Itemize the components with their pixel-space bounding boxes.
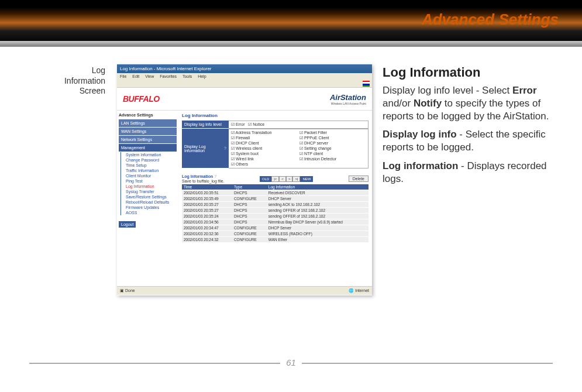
sidebar-sub-ping-test[interactable]: Ping Test: [120, 178, 177, 184]
sidebar-sub-log-info[interactable]: Log Information: [120, 184, 177, 189]
menu-item[interactable]: Favorites: [160, 74, 177, 78]
airstation-logo: AirStation Wireless LAN Access Point: [330, 93, 366, 105]
page-content: Log Information Screen Log Information -…: [0, 47, 582, 374]
checkbox-error[interactable]: Error: [236, 122, 245, 126]
sidebar-item-lan[interactable]: LAN Settings: [119, 119, 177, 128]
windows-logo-icon: [363, 81, 370, 87]
logout-button[interactable]: Logout: [119, 221, 136, 228]
pager-next-button[interactable]: >: [286, 176, 293, 182]
embedded-screenshot: Log Information - Microsoft Internet Exp…: [117, 64, 372, 295]
page-footer: 61: [29, 363, 553, 374]
sidebar-sub-change-password[interactable]: Change Password: [120, 157, 177, 163]
table-row: 2002/01/03 20:35:24DHCPSsending OFFER of…: [182, 214, 369, 219]
checkbox-option: [299, 162, 366, 167]
checkbox-option[interactable]: ☑ Firewall: [231, 136, 297, 140]
checkbox-option[interactable]: ☑ Others: [231, 162, 297, 167]
page-number: 61: [280, 357, 302, 367]
checkbox-option[interactable]: ☑ Intrusion Detector: [299, 157, 366, 161]
sidebar-sub-time-setup[interactable]: Time Setup: [120, 163, 177, 168]
table-row: 2002/01/03 20:32:36CONFIGUREWIRELESS (RA…: [182, 231, 369, 237]
table-row: 2002/01/03 20:35:27DHCPSsending ACK to 1…: [182, 202, 369, 208]
pager-old-label: OLD: [260, 176, 271, 182]
caption-line: Information: [64, 76, 105, 85]
checkbox-option[interactable]: ☑ DHCP Client: [231, 141, 297, 146]
screenshot-body: Advance Settings LAN Settings WAN Settin…: [117, 111, 372, 286]
sidebar-sub-system-info[interactable]: System Information: [120, 152, 177, 157]
description-p2: Display log info - Select the specific r…: [383, 128, 558, 154]
status-right: 🌐 Internet: [349, 287, 369, 295]
config-label-info: Display Log Information ?: [182, 129, 229, 169]
config-body-level: ☑ Error ☑ Notice: [229, 121, 369, 129]
config-row-level: Display log info level ☑ Error ☑ Notice: [182, 121, 369, 129]
checkbox-option[interactable]: ☑ DHCP server: [299, 141, 366, 146]
main-panel: Log Information Display log info level ☑…: [178, 111, 372, 286]
checkbox-option[interactable]: ☑ System boot: [231, 152, 297, 156]
sidebar-sub-save-restore[interactable]: Save/Restore Settings: [120, 194, 177, 200]
sidebar-sub-aoss[interactable]: AOSS: [120, 210, 177, 215]
description-p3: Log information - Displays recorded logs…: [383, 160, 558, 185]
window-menubar: File Edit View Favorites Tools Help: [117, 73, 372, 80]
col-time: Time: [182, 184, 232, 190]
sidebar-sub-traffic-info[interactable]: Traffic Information: [120, 168, 177, 173]
caption-line: Screen: [80, 86, 105, 95]
checkbox-option[interactable]: ☑ PPPoE Client: [299, 136, 366, 140]
page-banner: Advanced Settings: [0, 0, 582, 47]
checkbox-option[interactable]: ☑ Setting change: [299, 146, 366, 151]
sidebar: Advance Settings LAN Settings WAN Settin…: [117, 111, 178, 286]
table-row: 2002/01/03 20:35:49CONFIGUREDHCP Server: [182, 196, 369, 202]
sidebar-heading: Advance Settings: [119, 113, 177, 117]
table-row: 2002/01/03 20:34:56DHCPSNimmbus Bay DHCP…: [182, 219, 369, 225]
menu-item[interactable]: Tools: [182, 74, 192, 78]
config-label-level: Display log info level: [182, 121, 229, 129]
checkbox-option[interactable]: ☑ Wireless client: [231, 146, 297, 151]
description-heading: Log Information: [383, 64, 558, 81]
pager-prev-button[interactable]: <: [279, 176, 286, 182]
delete-button[interactable]: Delete: [349, 176, 369, 182]
sidebar-sub-syslog[interactable]: Syslog Transfer: [120, 189, 177, 194]
config-label-info-text: Display Log Information: [184, 145, 224, 153]
sidebar-sub-reboot[interactable]: Reboot/Reload Defaults: [120, 200, 177, 205]
checkbox-option[interactable]: ☑ Packet Filter: [299, 130, 366, 135]
checkbox-notice[interactable]: Notice: [253, 122, 264, 126]
menu-item[interactable]: Edit: [132, 74, 139, 78]
pager-first-button[interactable]: |<: [271, 176, 279, 182]
buffalo-logo: BUFFALO: [123, 94, 160, 104]
screenshot-caption: Log Information Screen: [35, 66, 105, 97]
config-body-info: ☑ Address Translation ☑ Packet Filter ☑ …: [229, 129, 369, 169]
sidebar-item-wan[interactable]: WAN Settings: [119, 128, 177, 136]
main-title: Log Information: [182, 113, 369, 118]
config-panel: Display log info level ☑ Error ☑ Notice …: [182, 121, 369, 169]
checkbox-option[interactable]: ☑ Address Translation: [231, 130, 297, 135]
sidebar-management-heading[interactable]: Management: [119, 144, 177, 152]
table-row: 2002/01/03 20:35:27DHCPSsending OFFER of…: [182, 208, 369, 214]
checkbox-option[interactable]: ☑ NTP client: [299, 152, 366, 156]
window-toolbar: [117, 80, 372, 88]
menu-item[interactable]: Help: [198, 74, 206, 78]
sidebar-sub-firmware[interactable]: Firmware Updates: [120, 205, 177, 210]
caption-line: Log: [92, 66, 105, 75]
pager: OLD|<<>>|NEW: [260, 176, 314, 182]
help-icon[interactable]: ?: [214, 174, 216, 178]
col-info: Log Information: [267, 184, 369, 190]
checkbox-option[interactable]: ☑ Wired link: [231, 157, 297, 161]
airstation-text: AirStation: [330, 93, 366, 102]
table-row: 2002/01/03 20:34:47CONFIGUREDHCP Server: [182, 225, 369, 231]
window-titlebar: Log Information - Microsoft Internet Exp…: [117, 64, 372, 73]
pager-new-label: NEW: [300, 176, 313, 182]
banner-divider: [0, 41, 582, 46]
status-left: ▣ Done: [120, 287, 135, 295]
help-icon[interactable]: ?: [224, 146, 226, 150]
banner-title: Advanced Settings: [422, 11, 559, 29]
menu-item[interactable]: View: [145, 74, 154, 78]
log-section: Log Information ? Save to buffalo_log fi…: [182, 174, 369, 242]
config-row-info: Display Log Information ? ☑ Address Tran…: [182, 129, 369, 169]
menu-item[interactable]: File: [120, 74, 126, 78]
airstation-subtext: Wireless LAN Access Point: [330, 102, 366, 105]
sidebar-sub-client-monitor[interactable]: Client Monitor: [120, 173, 177, 178]
log-file-note: Save to buffalo_log file.: [182, 179, 225, 183]
col-type: Type: [232, 184, 267, 190]
sidebar-item-network[interactable]: Network Settings: [119, 136, 177, 144]
table-row: 2002/01/03 20:35:51DHCPSReceived DISCOVE…: [182, 190, 369, 196]
pager-last-button[interactable]: >|: [292, 176, 300, 182]
log-table-head: Time Type Log Information: [182, 184, 369, 190]
